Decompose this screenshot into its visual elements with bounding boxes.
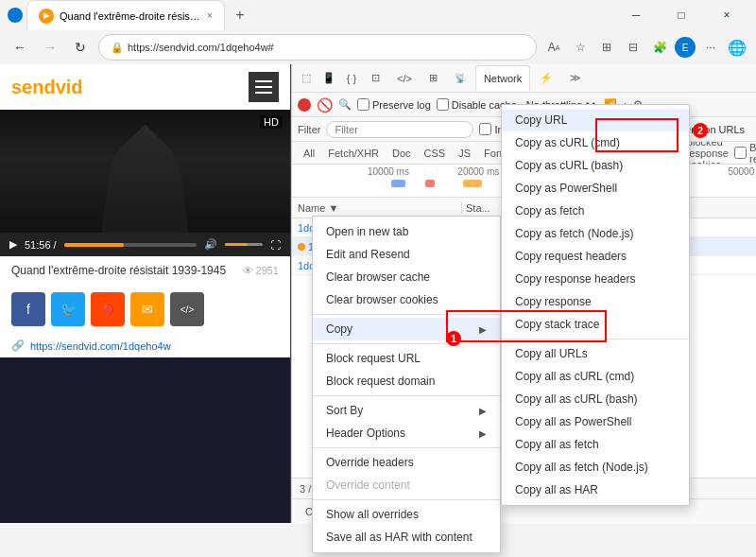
minimize-button[interactable]: ─: [614, 0, 658, 30]
cm2-copy-req-headers[interactable]: Copy request headers: [502, 245, 689, 268]
filter-css[interactable]: CSS: [419, 145, 452, 162]
video-thumbnail: HD: [0, 110, 290, 233]
disable-cache-input[interactable]: [437, 98, 449, 111]
tab-more[interactable]: ≫: [562, 65, 589, 92]
refresh-button[interactable]: ↻: [68, 35, 93, 60]
cm-header-options[interactable]: Header Options ▶: [313, 422, 500, 444]
badge-2: 2: [693, 123, 708, 138]
cm2-copy-all-fetch-node[interactable]: Copy all as fetch (Node.js): [502, 456, 689, 479]
twitter-share-button[interactable]: 🐦: [51, 292, 85, 326]
clear-button[interactable]: 🚫: [317, 97, 333, 113]
hamburger-menu[interactable]: [249, 72, 279, 102]
cm2-copy-url[interactable]: Copy URL: [502, 109, 689, 131]
filter-doc[interactable]: Doc: [387, 145, 417, 162]
tab-network-active[interactable]: Network: [475, 65, 530, 92]
maximize-button[interactable]: □: [660, 0, 703, 30]
blocked-requests[interactable]: Blocked requests: [734, 142, 756, 165]
reader-view-icon[interactable]: AA: [542, 36, 565, 59]
cm2-copy-all-powershell[interactable]: Copy all as PowerShell: [502, 410, 689, 433]
tab-sources[interactable]: ⊞: [421, 65, 445, 92]
cm2-copy-all-curl-cmd[interactable]: Copy all as cURL (cmd): [502, 365, 689, 388]
cm-clear-cookies[interactable]: Clear browser cookies: [313, 288, 500, 311]
fullscreen-button[interactable]: ⛶: [270, 239, 281, 251]
reddit-share-button[interactable]: 🔴: [91, 292, 125, 326]
cm-edit-resend[interactable]: Edit and Resend: [313, 243, 500, 266]
browser-controls: AA ☆ ⊞ ⊟ 🧩 E ··· 🌐: [542, 36, 748, 59]
cm2-copy-all-fetch[interactable]: Copy all as fetch: [502, 433, 689, 456]
cm2-copy-all-har[interactable]: Copy all as HAR: [502, 479, 689, 501]
cm2-copy-fetch-node[interactable]: Copy as fetch (Node.js): [502, 222, 689, 245]
cm-copy-arrow: ▶: [479, 324, 487, 335]
profile-icon[interactable]: E: [675, 37, 696, 58]
cm2-copy-res-headers[interactable]: Copy response headers: [502, 268, 689, 290]
share-url[interactable]: https://sendvid.com/1dqeho4w: [30, 340, 171, 352]
cm-show-overrides[interactable]: Show all overrides: [313, 503, 500, 526]
split-screen-icon[interactable]: ⊟: [622, 36, 644, 59]
cm-header-arrow: ▶: [479, 428, 487, 439]
inspect-icon[interactable]: ⬚: [299, 71, 314, 86]
social-buttons: f 🐦 🔴 ✉ </>: [0, 285, 290, 334]
elements-icon[interactable]: { }: [344, 71, 359, 86]
view-count-display: 👁 2951: [243, 265, 279, 276]
cm-save-har[interactable]: Save all as HAR with content: [313, 526, 500, 548]
tab-network[interactable]: 📡: [447, 65, 473, 92]
preserve-log-input[interactable]: [357, 98, 369, 111]
volume-bar[interactable]: [225, 243, 263, 246]
favorites-icon[interactable]: ☆: [569, 36, 592, 59]
filter-fetch-xhr[interactable]: Fetch/XHR: [322, 145, 385, 162]
tab-elements[interactable]: ⊡: [364, 65, 387, 92]
collections-icon[interactable]: ⊞: [595, 36, 618, 59]
search-icon[interactable]: 🔍: [338, 98, 352, 111]
close-button[interactable]: ×: [705, 0, 748, 30]
new-tab-button[interactable]: +: [229, 4, 251, 26]
extensions-icon[interactable]: 🧩: [648, 36, 671, 59]
cm-clear-cache[interactable]: Clear browser cache: [313, 266, 500, 288]
cm2-copy-curl-cmd[interactable]: Copy as cURL (cmd): [502, 131, 689, 154]
forward-button[interactable]: →: [38, 35, 62, 60]
progress-bar[interactable]: [64, 243, 197, 247]
cm2-copy-fetch[interactable]: Copy as fetch: [502, 200, 689, 222]
cm-block-url[interactable]: Block request URL: [313, 347, 500, 370]
filter-input[interactable]: [326, 121, 473, 138]
filter-all[interactable]: All: [298, 145, 320, 162]
cm-open-new-tab[interactable]: Open in new tab: [313, 220, 500, 243]
cm2-copy-all-curl-bash[interactable]: Copy all as cURL (bash): [502, 388, 689, 410]
filter-js[interactable]: JS: [453, 145, 476, 162]
cm-separator-1: [313, 314, 500, 315]
link-icon: 🔗: [11, 339, 25, 352]
active-tab[interactable]: ▶ Quand l'extrême-droite résistait ×: [26, 0, 225, 30]
cm2-copy-stack[interactable]: Copy stack trace: [502, 313, 689, 336]
cm-copy[interactable]: Copy ▶: [313, 318, 500, 340]
tab-performance[interactable]: ⚡: [532, 65, 560, 92]
play-button[interactable]: ▶: [9, 238, 17, 251]
volume-icon[interactable]: 🔊: [204, 238, 217, 251]
cm2-copy-curl-bash[interactable]: Copy as cURL (bash): [502, 154, 689, 177]
url-text: https://sendvid.com/1dqeho4w#: [128, 42, 274, 53]
cm2-copy-powershell[interactable]: Copy as PowerShell: [502, 177, 689, 200]
tab-close-button[interactable]: ×: [207, 10, 213, 21]
tab-console[interactable]: </>: [389, 65, 420, 92]
cm-sort-by[interactable]: Sort By ▶: [313, 399, 500, 422]
window-controls: ─ □ ×: [614, 0, 748, 30]
tab-title: Quand l'extrême-droite résistait: [60, 10, 201, 22]
url-input[interactable]: 🔒 https://sendvid.com/1dqeho4w#: [98, 34, 537, 61]
email-share-button[interactable]: ✉: [130, 292, 164, 326]
preserve-log-checkbox[interactable]: Preserve log: [357, 98, 431, 111]
facebook-share-button[interactable]: f: [11, 292, 45, 326]
cm2-copy-response[interactable]: Copy response: [502, 290, 689, 313]
video-info: Quand l'extrême-droite résistait 1939-19…: [0, 256, 290, 285]
col-name-header[interactable]: Name ▼: [292, 202, 462, 214]
record-button[interactable]: [298, 98, 311, 112]
device-icon[interactable]: 📱: [321, 71, 336, 86]
embed-button[interactable]: </>: [170, 292, 204, 326]
back-button[interactable]: ←: [8, 35, 32, 60]
cm-block-domain[interactable]: Block request domain: [313, 370, 500, 392]
hd-badge: HD: [260, 115, 283, 129]
cm-override-headers[interactable]: Override headers: [313, 451, 500, 474]
address-bar: ← → ↻ 🔒 https://sendvid.com/1dqeho4w# AA…: [0, 30, 756, 64]
cm-sort-arrow: ▶: [479, 406, 487, 416]
more-tools-icon[interactable]: ···: [699, 36, 722, 59]
cm-separator-5: [313, 499, 500, 500]
url-display: 🔗 https://sendvid.com/1dqeho4w: [0, 334, 290, 357]
cm2-copy-all-urls[interactable]: Copy all URLs: [502, 342, 689, 365]
